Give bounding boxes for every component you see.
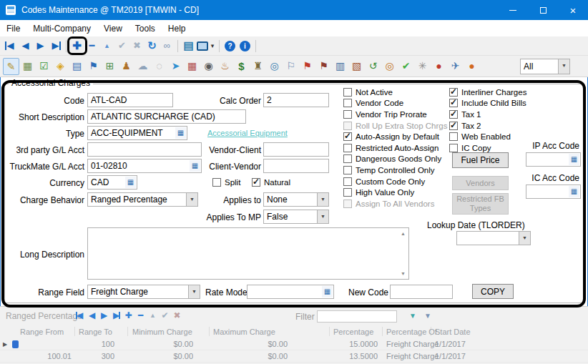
- grid-last-icon[interactable]: ▶: [110, 309, 122, 322]
- menu-item-help[interactable]: Help: [162, 24, 192, 34]
- client-vendor-field[interactable]: [263, 159, 329, 173]
- cloud-icon[interactable]: ☁: [134, 58, 151, 75]
- third-party-gl-field[interactable]: [87, 142, 202, 157]
- lookup-icon[interactable]: [569, 154, 579, 165]
- minimize-button[interactable]: [498, 0, 528, 20]
- grid-first-icon[interactable]: ◀: [74, 309, 86, 322]
- codes-edit-icon[interactable]: ✎: [3, 58, 19, 75]
- route-icon[interactable]: ➤: [167, 58, 184, 75]
- new-code-field[interactable]: [390, 285, 453, 299]
- grid-post-icon[interactable]: ✔: [159, 309, 171, 322]
- charge-behavior-dropdown[interactable]: Ranged Percentage: [87, 192, 198, 207]
- ball-icon[interactable]: ●: [464, 58, 480, 75]
- vendor-client-field[interactable]: [263, 142, 329, 157]
- prior-record-icon[interactable]: ◀: [18, 39, 33, 53]
- menu-item-view[interactable]: View: [97, 24, 129, 34]
- lookup-icon[interactable]: [125, 177, 136, 188]
- checkbox-split[interactable]: Split: [212, 177, 240, 188]
- scroll-up-icon[interactable]: [399, 230, 407, 237]
- doc-icon[interactable]: ▥: [332, 58, 348, 75]
- checkbox-interliner-charges[interactable]: Interliner Charges: [449, 87, 526, 98]
- calendar-icon[interactable]: ▦: [184, 58, 200, 75]
- flag-maroon-icon[interactable]: ⚑: [315, 58, 332, 75]
- shield-icon[interactable]: ◈: [52, 58, 69, 75]
- insert-record-icon[interactable]: ✚: [69, 39, 84, 53]
- post-changes-icon[interactable]: ✔: [114, 39, 129, 53]
- filter-apply-icon[interactable]: ▼: [408, 310, 418, 323]
- money-icon[interactable]: $: [233, 58, 250, 75]
- maximize-button[interactable]: [528, 0, 558, 20]
- ic-acc-code-field[interactable]: [526, 185, 581, 199]
- checkbox-vendor-code[interactable]: Vendor Code: [343, 98, 447, 109]
- monitor-dropdown-icon[interactable]: ▾: [209, 39, 216, 53]
- about-icon[interactable]: i: [240, 41, 250, 51]
- checkbox-temp-controlled-only[interactable]: Temp Controlled Only: [343, 164, 447, 176]
- grid-next-icon[interactable]: ▶: [98, 309, 110, 322]
- checkbox-high-value-only[interactable]: High Value Only: [343, 187, 447, 198]
- lasso-icon[interactable]: ◌: [151, 58, 167, 75]
- grid-view-icon[interactable]: ▦: [19, 58, 36, 75]
- column-header[interactable]: Minimum Charge: [132, 326, 192, 338]
- checkbox-dangerous-goods-only[interactable]: Dangerous Goods Only: [343, 154, 447, 165]
- filter-input[interactable]: [317, 310, 397, 323]
- camera-icon[interactable]: ◉: [200, 58, 217, 75]
- type-field[interactable]: ACC-EQUIPMENT: [87, 126, 187, 140]
- menu-item-tools[interactable]: Tools: [129, 24, 162, 34]
- undo-icon[interactable]: ↺: [365, 58, 381, 75]
- target-icon[interactable]: ◎: [381, 58, 398, 75]
- next-record-icon[interactable]: ▶: [33, 39, 48, 53]
- checkbox-custom-code-only[interactable]: Custom Code Only: [343, 176, 447, 187]
- gear-icon[interactable]: ✳: [414, 58, 431, 75]
- column-header[interactable]: Range From: [20, 326, 64, 338]
- flag-blue-icon[interactable]: ⚑: [85, 58, 102, 75]
- module-filter-dropdown[interactable]: All: [520, 59, 570, 74]
- scroll-down-icon[interactable]: [399, 270, 407, 277]
- close-button[interactable]: ×: [558, 0, 588, 20]
- link-records-icon[interactable]: ∞: [160, 39, 175, 53]
- plane-icon[interactable]: ✈: [447, 58, 464, 75]
- lookup-date-dropdown[interactable]: [456, 231, 531, 245]
- filter-options-icon[interactable]: ▼: [423, 310, 433, 323]
- checkbox-natural[interactable]: Natural: [252, 177, 290, 188]
- person-icon[interactable]: ♟: [118, 58, 134, 75]
- fuel-price-button[interactable]: Fuel Price: [452, 152, 509, 168]
- currency-field[interactable]: CAD: [87, 175, 137, 190]
- applies-to-dropdown[interactable]: None: [263, 192, 329, 207]
- checkbox-vendor-trip-prorate[interactable]: Vendor Trip Prorate: [343, 109, 447, 120]
- last-record-icon[interactable]: ▶: [48, 39, 63, 53]
- applies-to-mp-dropdown[interactable]: False: [263, 210, 329, 224]
- range-field-dropdown[interactable]: Freight Charge: [87, 285, 200, 299]
- calc-order-field[interactable]: 2: [263, 93, 329, 107]
- checkbox-restricted-auto-assign[interactable]: Restricted Auto-Assign: [343, 142, 447, 154]
- help-icon[interactable]: ?: [225, 41, 235, 51]
- first-record-icon[interactable]: ◀: [3, 39, 18, 53]
- column-header[interactable]: Percentage: [333, 326, 373, 338]
- column-header[interactable]: Range To: [79, 326, 112, 338]
- alert-icon[interactable]: ●: [431, 58, 447, 75]
- copy-docs-icon[interactable]: ▤: [69, 58, 85, 75]
- delete-record-icon[interactable]: ━: [84, 39, 99, 53]
- checkbox-web-enabled[interactable]: Web Enabled: [449, 131, 526, 142]
- print-icon[interactable]: ▤: [181, 39, 196, 53]
- column-header[interactable]: Start Date: [435, 326, 471, 338]
- short-description-field[interactable]: ATLANTIC SURCHARGE (CAD): [87, 109, 246, 124]
- bank-icon[interactable]: ♜: [250, 58, 266, 75]
- checkbox-include-child-bills[interactable]: Include Child Bills: [449, 98, 526, 109]
- lookup-icon[interactable]: [175, 127, 186, 139]
- ledger-icon[interactable]: ▧: [348, 58, 365, 75]
- long-description-field[interactable]: [87, 227, 409, 280]
- truckmate-gl-field[interactable]: 01-02810: [87, 159, 202, 173]
- ip-acc-code-field[interactable]: [526, 152, 581, 167]
- column-header[interactable]: Maximum Charge: [213, 326, 275, 338]
- rate-mode-field[interactable]: [247, 285, 334, 299]
- accessorial-equipment-link[interactable]: Accessorial Equipment: [207, 129, 288, 137]
- lookup-icon[interactable]: [569, 186, 579, 197]
- menu-item-multi-company[interactable]: Multi-Company: [26, 24, 97, 34]
- edit-record-icon[interactable]: ▲: [99, 39, 114, 53]
- grid-edit-icon[interactable]: ▲: [147, 309, 159, 322]
- grid-insert-icon[interactable]: ✚: [122, 309, 134, 322]
- code-field[interactable]: ATL-CAD: [87, 93, 173, 107]
- checkbox-tax-2[interactable]: Tax 2: [449, 120, 526, 132]
- column-header[interactable]: Percentage Of: [386, 326, 437, 338]
- flag-white-icon[interactable]: ⚐: [283, 58, 299, 75]
